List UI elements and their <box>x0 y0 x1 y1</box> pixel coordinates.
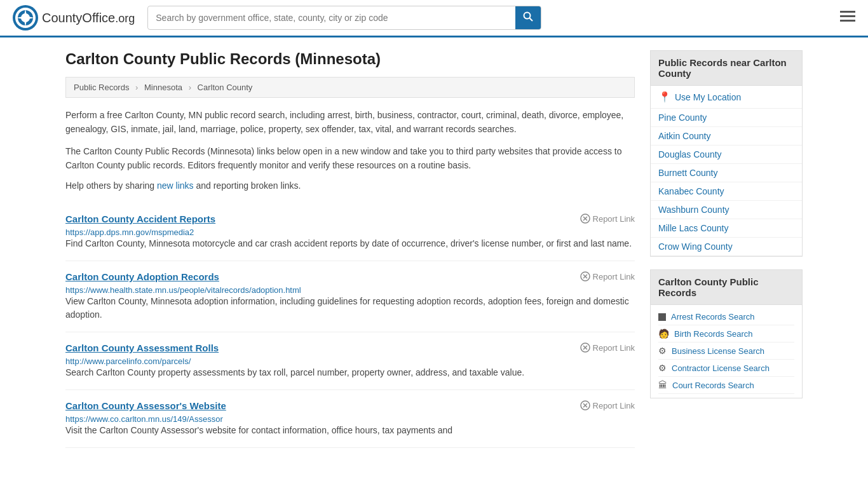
record-item: Carlton County Accident Reports Report L… <box>65 203 635 261</box>
nearby-section-title: Public Records near Carlton County <box>651 51 802 86</box>
sidebar: Public Records near Carlton County 📍 Use… <box>650 50 803 448</box>
record-url-adoption[interactable]: https://www.health.state.mn.us/people/vi… <box>65 285 301 295</box>
record-title-adoption[interactable]: Carlton County Adoption Records <box>65 271 219 282</box>
hamburger-icon <box>840 11 855 22</box>
record-title-assessor[interactable]: Carlton County Assessor's Website <box>65 400 226 411</box>
record-item: Carlton County Adoption Records Report L… <box>65 261 635 332</box>
record-url-accident[interactable]: https://app.dps.mn.gov/mspmedia2 <box>65 227 194 237</box>
record-desc-adoption: View Carlton County, Minnesota adoption … <box>65 295 635 322</box>
search-input[interactable] <box>148 8 515 28</box>
court-records-link[interactable]: Court Records Search <box>672 381 754 390</box>
douglas-county-link[interactable]: Douglas County <box>658 149 722 159</box>
kanabec-county-link[interactable]: Kanabec County <box>658 186 724 196</box>
birth-records-link[interactable]: Birth Records Search <box>674 329 753 339</box>
location-pin-icon: 📍 <box>658 91 671 103</box>
svg-rect-12 <box>840 20 855 22</box>
logo-text: CountyOffice.org <box>42 11 135 25</box>
breadcrumb: Public Records › Minnesota › Carlton Cou… <box>65 77 635 98</box>
gear-icon: ⚙ <box>658 346 667 356</box>
breadcrumb-public-records[interactable]: Public Records <box>74 83 129 92</box>
record-desc-assessment: Search Carlton County property assessmen… <box>65 366 635 379</box>
menu-button[interactable] <box>840 10 855 26</box>
pine-county-link[interactable]: Pine County <box>658 112 707 123</box>
burnett-county-link[interactable]: Burnett County <box>658 168 717 178</box>
nearby-crow-wing-county[interactable]: Crow Wing County <box>651 238 802 256</box>
nearby-burnett-county[interactable]: Burnett County <box>651 164 802 182</box>
report-link-accident[interactable]: Report Link <box>580 214 635 224</box>
search-button[interactable] <box>515 6 541 29</box>
new-links[interactable]: new links <box>157 180 194 191</box>
record-desc-assessor: Visit the Carlton County Assessor's webs… <box>65 424 635 437</box>
record-title-accident[interactable]: Carlton County Accident Reports <box>65 214 215 224</box>
person-icon: 🧑 <box>658 329 669 339</box>
nearby-mille-lacs-county[interactable]: Mille Lacs County <box>651 219 802 238</box>
svg-point-8 <box>524 13 531 19</box>
mille-lacs-county-link[interactable]: Mille Lacs County <box>658 223 729 233</box>
record-url-assessment[interactable]: http://www.parcelinfo.com/parcels/ <box>65 356 191 366</box>
main-description: Perform a free Carlton County, MN public… <box>65 108 635 137</box>
business-license-item[interactable]: ⚙ Business License Search <box>658 342 794 360</box>
record-item: Carlton County Assessment Rolls Report L… <box>65 332 635 390</box>
washburn-county-link[interactable]: Washburn County <box>658 205 729 215</box>
record-title-assessment[interactable]: Carlton County Assessment Rolls <box>65 342 219 353</box>
business-license-link[interactable]: Business License Search <box>672 346 764 356</box>
arrest-records-item[interactable]: Arrest Records Search <box>658 309 794 325</box>
public-records-section-title: Carlton County Public Records <box>651 270 802 305</box>
breadcrumb-minnesota[interactable]: Minnesota <box>144 83 182 92</box>
court-records-item[interactable]: 🏛 Court Records Search <box>658 377 794 394</box>
nearby-pine-county[interactable]: Pine County <box>651 109 802 127</box>
report-icon <box>580 400 590 410</box>
public-records-list: Arrest Records Search 🧑 Birth Records Se… <box>651 305 802 398</box>
contractor-license-item[interactable]: ⚙ Contractor License Search <box>658 360 794 377</box>
record-desc-accident: Find Carlton County, Minnesota motorcycl… <box>65 237 635 250</box>
nearby-aitkin-county[interactable]: Aitkin County <box>651 127 802 146</box>
use-my-location-link[interactable]: Use My Location <box>675 92 741 102</box>
report-link-assessor[interactable]: Report Link <box>580 400 635 410</box>
share-text: Help others by sharing new links and rep… <box>65 180 635 191</box>
report-link-assessment[interactable]: Report Link <box>580 342 635 353</box>
nearby-kanabec-county[interactable]: Kanabec County <box>651 182 802 201</box>
public-records-section: Carlton County Public Records Arrest Rec… <box>650 269 803 398</box>
main-content: Carlton County Public Records (Minnesota… <box>65 50 635 448</box>
nearby-douglas-county[interactable]: Douglas County <box>651 146 802 164</box>
search-icon <box>523 11 533 22</box>
record-item: Carlton County Assessor's Website Report… <box>65 390 635 448</box>
report-link-adoption[interactable]: Report Link <box>580 271 635 281</box>
page-title: Carlton County Public Records (Minnesota… <box>65 50 635 68</box>
contractor-license-link[interactable]: Contractor License Search <box>672 363 770 373</box>
svg-rect-11 <box>840 15 855 17</box>
breadcrumb-carlton-county[interactable]: Carlton County <box>198 83 253 92</box>
birth-records-item[interactable]: 🧑 Birth Records Search <box>658 325 794 342</box>
records-list: Carlton County Accident Reports Report L… <box>65 203 635 448</box>
main-description2: The Carlton County Public Records (Minne… <box>65 144 635 173</box>
aitkin-county-link[interactable]: Aitkin County <box>658 131 710 141</box>
crow-wing-county-link[interactable]: Crow Wing County <box>658 241 733 252</box>
report-icon <box>580 342 590 353</box>
logo[interactable]: CountyOffice.org <box>13 5 135 30</box>
svg-line-9 <box>530 18 533 22</box>
use-my-location[interactable]: 📍 Use My Location <box>651 86 802 109</box>
nearby-section: Public Records near Carlton County 📍 Use… <box>650 50 803 257</box>
svg-rect-10 <box>840 11 855 13</box>
gear-icon: ⚙ <box>658 363 667 373</box>
arrest-records-link[interactable]: Arrest Records Search <box>671 312 755 322</box>
report-icon <box>580 214 590 224</box>
nearby-washburn-county[interactable]: Washburn County <box>651 201 802 219</box>
logo-icon <box>13 5 38 30</box>
search-bar <box>147 6 541 30</box>
record-url-assessor[interactable]: https://www.co.carlton.mn.us/149/Assesso… <box>65 414 223 424</box>
square-icon <box>658 313 666 321</box>
doc-icon: 🏛 <box>658 380 667 390</box>
report-icon <box>580 271 590 281</box>
